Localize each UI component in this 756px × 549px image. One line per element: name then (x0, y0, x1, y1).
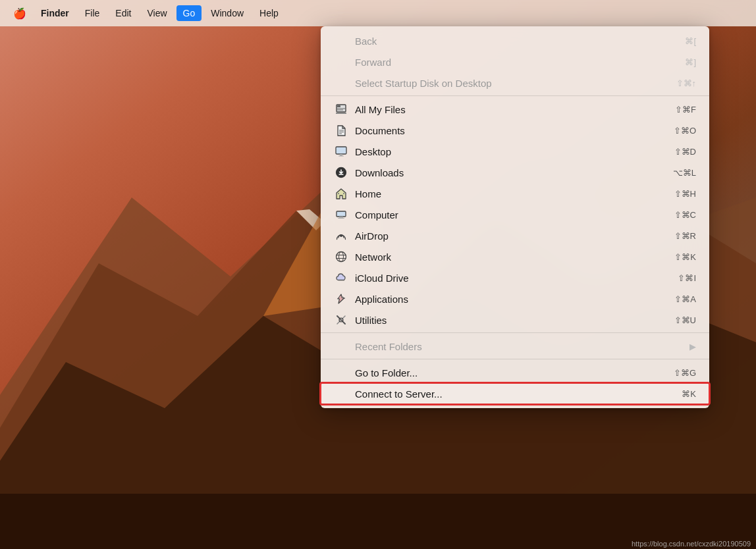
computer-icon (334, 207, 348, 222)
icloud-icon (334, 271, 348, 285)
forward-label: Forward (355, 57, 685, 68)
downloads-shortcut: ⌥⌘L (673, 168, 696, 178)
menu-view[interactable]: View (140, 5, 173, 21)
airdrop-label: AirDrop (355, 230, 674, 242)
desktop-icon (334, 144, 348, 159)
recent-folders-label: Recent Folders (355, 341, 689, 352)
svg-rect-9 (337, 105, 340, 107)
menu-item-recent-folders[interactable]: Recent Folders ▶ (321, 336, 709, 359)
svg-rect-25 (337, 211, 346, 217)
computer-shortcut: ⇧⌘C (674, 210, 696, 220)
home-icon (334, 186, 348, 201)
desktop-shortcut: ⇧⌘D (674, 147, 696, 157)
startup-label: Select Startup Disk on Desktop (355, 78, 676, 89)
all-my-files-label: All My Files (355, 104, 675, 115)
startup-shortcut: ⇧⌘↑ (676, 78, 697, 88)
menu-item-network[interactable]: Network ⇧⌘K (321, 246, 709, 267)
menu-item-utilities[interactable]: Utilities ⇧⌘U (321, 309, 709, 333)
connect-to-server-label: Connect to Server... (355, 388, 682, 400)
svg-rect-24 (343, 193, 344, 194)
airdrop-icon (334, 228, 348, 243)
svg-point-30 (339, 252, 344, 262)
menu-file[interactable]: File (78, 5, 107, 21)
downloads-icon (334, 165, 348, 180)
svg-rect-18 (338, 156, 344, 157)
menu-window[interactable]: Window (204, 5, 250, 21)
documents-shortcut: ⇧⌘O (674, 126, 696, 136)
svg-point-29 (337, 252, 346, 262)
recent-folders-icon (334, 339, 348, 353)
computer-label: Computer (355, 209, 674, 221)
menu-item-icloud[interactable]: iCloud Drive ⇧⌘I (321, 267, 709, 288)
recent-folders-arrow: ▶ (689, 342, 696, 352)
menu-item-go-to-folder[interactable]: Go to Folder... ⇧⌘G (321, 362, 709, 383)
go-to-folder-icon (334, 365, 348, 380)
icloud-shortcut: ⇧⌘I (678, 273, 696, 283)
menu-edit[interactable]: Edit (109, 5, 138, 21)
menu-item-computer[interactable]: Computer ⇧⌘C (321, 204, 709, 225)
url-bar: https://blog.csdn.net/cxzdki20190509 (632, 540, 751, 548)
go-to-folder-label: Go to Folder... (355, 367, 674, 379)
back-shortcut: ⌘[ (685, 36, 696, 46)
svg-rect-16 (336, 147, 346, 154)
all-my-files-shortcut: ⇧⌘F (675, 105, 696, 115)
menu-item-home[interactable]: Home ⇧⌘H (321, 183, 709, 204)
home-shortcut: ⇧⌘H (674, 189, 696, 199)
connect-to-server-shortcut: ⌘K (682, 389, 696, 399)
back-label: Back (355, 36, 685, 47)
applications-icon (334, 292, 348, 306)
menu-item-applications[interactable]: Applications ⇧⌘A (321, 288, 709, 309)
svg-rect-23 (338, 193, 339, 194)
svg-rect-12 (336, 113, 346, 114)
airdrop-shortcut: ⇧⌘R (674, 231, 696, 241)
home-label: Home (355, 188, 674, 199)
menu-item-forward[interactable]: Forward ⌘] (321, 51, 709, 72)
menu-item-airdrop[interactable]: AirDrop ⇧⌘R (321, 225, 709, 246)
network-icon (334, 249, 348, 264)
menu-item-downloads[interactable]: Downloads ⌥⌘L (321, 162, 709, 183)
apple-menu[interactable]: 🍎 (8, 5, 32, 22)
menu-item-all-my-files[interactable]: All My Files ⇧⌘F (321, 99, 709, 120)
svg-rect-27 (338, 218, 344, 219)
forward-icon (334, 55, 348, 69)
connect-to-server-icon (334, 386, 348, 401)
utilities-shortcut: ⇧⌘U (674, 315, 696, 325)
documents-label: Documents (355, 125, 674, 136)
forward-shortcut: ⌘] (685, 57, 696, 67)
menubar: 🍎 Finder File Edit View Go Window Help (0, 0, 756, 26)
menu-go[interactable]: Go (176, 5, 202, 21)
go-to-folder-shortcut: ⇧⌘G (674, 368, 696, 378)
menu-item-documents[interactable]: Documents ⇧⌘O (321, 120, 709, 141)
menu-item-back[interactable]: Back ⌘[ (321, 30, 709, 51)
menu-item-connect-to-server[interactable]: Connect to Server... ⌘K (321, 383, 709, 404)
documents-icon (334, 123, 348, 138)
menu-item-desktop[interactable]: Desktop ⇧⌘D (321, 141, 709, 162)
menu-finder[interactable]: Finder (34, 5, 76, 21)
network-label: Network (355, 251, 674, 263)
utilities-icon (334, 313, 348, 327)
applications-shortcut: ⇧⌘A (674, 294, 696, 304)
all-my-files-icon (334, 102, 348, 117)
downloads-label: Downloads (355, 167, 673, 178)
back-icon (334, 34, 348, 48)
menu-item-startup[interactable]: Select Startup Disk on Desktop ⇧⌘↑ (321, 72, 709, 96)
applications-label: Applications (355, 294, 674, 305)
icloud-label: iCloud Drive (355, 273, 678, 284)
go-dropdown-menu: Back ⌘[ Forward ⌘] Select Startup Disk o… (321, 26, 709, 408)
startup-icon (334, 76, 348, 90)
utilities-label: Utilities (355, 315, 674, 326)
menu-help[interactable]: Help (253, 5, 285, 21)
network-shortcut: ⇧⌘K (674, 252, 696, 262)
desktop-label: Desktop (355, 146, 674, 157)
